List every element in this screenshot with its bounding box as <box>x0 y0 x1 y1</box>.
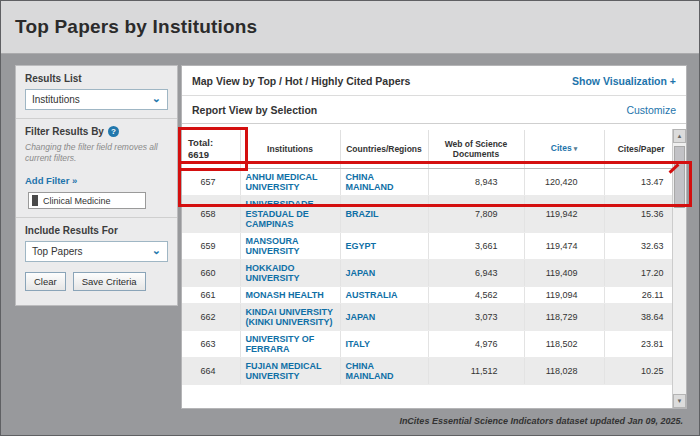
cell-rank: 658 <box>182 195 240 232</box>
filter-by-label-text: Filter Results By <box>25 126 104 137</box>
col-header-institutions[interactable]: Institutions <box>240 130 340 168</box>
cell-rank: 659 <box>182 232 240 259</box>
table-row: 660HOKKAIDO UNIVERSITYJAPAN6,943119,4091… <box>182 259 672 286</box>
cell-cites-per-paper: 17.20 <box>604 259 672 286</box>
cell-cites: 118,502 <box>524 330 604 357</box>
institution-link[interactable]: ANHUI MEDICAL UNIVERSITY <box>240 168 340 195</box>
scroll-down-button[interactable]: ▼ <box>673 394 686 408</box>
clear-button[interactable]: Clear <box>25 272 66 291</box>
scroll-up-button[interactable]: ▲ <box>673 129 686 143</box>
table-row: 658UNIVERSIDADE ESTADUAL DE CAMPINASBRAZ… <box>182 195 672 232</box>
cell-cites: 119,094 <box>524 286 604 303</box>
cell-cites: 118,028 <box>524 357 604 384</box>
filter-chip[interactable]: Clinical Medicine <box>28 192 146 209</box>
cell-cites-per-paper: 13.47 <box>604 168 672 195</box>
filter-by-label: Filter Results By? <box>25 126 168 137</box>
cell-rank: 657 <box>182 168 240 195</box>
cites-header-label: Cites <box>551 143 572 153</box>
cell-country: BRAZIL <box>340 195 428 232</box>
cell-country: JAPAN <box>340 303 428 330</box>
chevron-down-icon: ⌄ <box>152 93 161 104</box>
col-header-wos-documents[interactable]: Web of Science Documents <box>428 130 524 168</box>
total-header-cell: Total: 6619 <box>182 130 240 168</box>
cell-wos-documents: 8,943 <box>428 168 524 195</box>
total-value: 6619 <box>188 149 209 160</box>
cell-wos-documents: 3,661 <box>428 232 524 259</box>
cell-cites-per-paper: 32.63 <box>604 232 672 259</box>
filter-note: Changing the filter field removes all cu… <box>25 142 168 164</box>
cell-country: EGYPT <box>340 232 428 259</box>
cell-cites-per-paper: 23.81 <box>604 330 672 357</box>
main-panel: Map View by Top / Hot / Highly Cited Pap… <box>181 65 687 409</box>
customize-link[interactable]: Customize <box>626 104 676 116</box>
table-row: 663UNIVERSITY OF FERRARAITALY4,976118,50… <box>182 330 672 357</box>
cell-rank: 663 <box>182 330 240 357</box>
cell-country: ITALY <box>340 330 428 357</box>
table-body: 657ANHUI MEDICAL UNIVERSITYCHINA MAINLAN… <box>182 168 672 384</box>
cell-cites: 120,420 <box>524 168 604 195</box>
report-view-title: Report View by Selection <box>192 104 317 116</box>
include-results-label: Include Results For <box>25 225 168 236</box>
cell-cites-per-paper: 15.36 <box>604 195 672 232</box>
screen: Top Papers by Institutions Results List … <box>0 0 700 436</box>
sort-descending-icon: ▾ <box>574 145 578 152</box>
cell-wos-documents: 4,976 <box>428 330 524 357</box>
show-visualization-link[interactable]: Show Visualization + <box>572 75 676 87</box>
add-filter-link[interactable]: Add Filter » <box>25 175 77 186</box>
cell-wos-documents: 7,809 <box>428 195 524 232</box>
results-table: Total: 6619 Institutions Countries/Regio… <box>182 130 673 385</box>
table-row: 662KINDAI UNIVERSITY (KINKI UNIVERSITY)J… <box>182 303 672 330</box>
cell-cites: 119,409 <box>524 259 604 286</box>
include-results-dropdown[interactable]: Top Papers ⌄ <box>25 241 168 262</box>
results-list-value: Institutions <box>32 94 80 105</box>
cell-cites-per-paper: 26.11 <box>604 286 672 303</box>
cell-cites-per-paper: 10.25 <box>604 357 672 384</box>
institution-link[interactable]: UNIVERSITY OF FERRARA <box>240 330 340 357</box>
cell-cites-per-paper: 38.64 <box>604 303 672 330</box>
cell-cites: 118,729 <box>524 303 604 330</box>
col-header-cites[interactable]: Cites▾ <box>524 130 604 168</box>
sidebar: Results List Institutions ⌄ Filter Resul… <box>15 65 178 306</box>
cell-country: CHINA MAINLAND <box>340 357 428 384</box>
institution-link[interactable]: KINDAI UNIVERSITY (KINKI UNIVERSITY) <box>240 303 340 330</box>
report-view-bar: Report View by Selection Customize <box>182 96 686 124</box>
col-header-cites-per-paper[interactable]: Cites/Paper <box>604 130 672 168</box>
cell-rank: 664 <box>182 357 240 384</box>
table-row: 661MONASH HEALTHAUSTRALIA4,562119,09426.… <box>182 286 672 303</box>
institution-link[interactable]: MANSOURA UNIVERSITY <box>240 232 340 259</box>
cell-wos-documents: 4,562 <box>428 286 524 303</box>
table-header-row: Total: 6619 Institutions Countries/Regio… <box>182 130 672 168</box>
map-view-bar: Map View by Top / Hot / Highly Cited Pap… <box>182 66 686 96</box>
cell-country: AUSTRALIA <box>340 286 428 303</box>
save-criteria-button[interactable]: Save Criteria <box>73 272 146 291</box>
map-view-title: Map View by Top / Hot / Highly Cited Pap… <box>192 75 410 87</box>
include-section: Include Results For Top Papers ⌄ Clear S… <box>16 218 177 299</box>
include-results-value: Top Papers <box>32 246 83 257</box>
institution-link[interactable]: MONASH HEALTH <box>240 286 340 303</box>
results-list-label: Results List <box>25 73 168 84</box>
cell-wos-documents: 3,073 <box>428 303 524 330</box>
scrollbar-thumb[interactable] <box>674 146 685 208</box>
table-row: 664FUJIAN MEDICAL UNIVERSITYCHINA MAINLA… <box>182 357 672 384</box>
table-scrollbar[interactable]: ▲ ▼ <box>672 129 686 408</box>
sidebar-buttons: Clear Save Criteria <box>25 272 168 291</box>
cell-cites: 119,942 <box>524 195 604 232</box>
institution-link[interactable]: HOKKAIDO UNIVERSITY <box>240 259 340 286</box>
filter-handle-icon <box>32 195 38 206</box>
total-label: Total: <box>188 137 213 148</box>
cell-rank: 661 <box>182 286 240 303</box>
chevron-down-icon: ⌄ <box>152 245 161 256</box>
cell-country: JAPAN <box>340 259 428 286</box>
table-row: 659MANSOURA UNIVERSITYEGYPT3,661119,4743… <box>182 232 672 259</box>
cell-cites: 119,474 <box>524 232 604 259</box>
cell-rank: 662 <box>182 303 240 330</box>
cell-rank: 660 <box>182 259 240 286</box>
filter-chip-label: Clinical Medicine <box>43 196 111 206</box>
institution-link[interactable]: UNIVERSIDADE ESTADUAL DE CAMPINAS <box>240 195 340 232</box>
institution-link[interactable]: FUJIAN MEDICAL UNIVERSITY <box>240 357 340 384</box>
col-header-countries[interactable]: Countries/Regions <box>340 130 428 168</box>
help-icon[interactable]: ? <box>108 126 119 137</box>
cell-country: CHINA MAINLAND <box>340 168 428 195</box>
cell-wos-documents: 11,512 <box>428 357 524 384</box>
results-list-dropdown[interactable]: Institutions ⌄ <box>25 89 168 110</box>
